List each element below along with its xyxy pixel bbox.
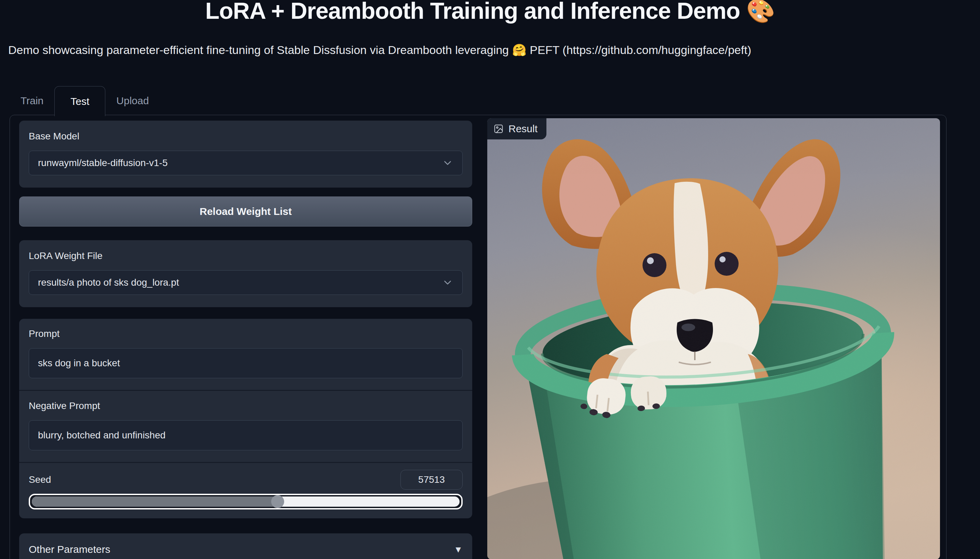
other-parameters-accordion: Other Parameters ▼ [19,533,472,559]
prompt-label: Prompt [29,328,463,339]
reload-weight-list-button[interactable]: Reload Weight List [19,197,472,227]
negative-prompt-label: Negative Prompt [29,400,463,412]
other-parameters-label: Other Parameters [29,544,110,555]
base-model-value: runwayml/stable-diffusion-v1-5 [38,157,442,169]
seed-head: Seed [29,470,463,490]
result-badge: Result [487,118,546,139]
page-title: LoRA + Dreambooth Training and Inference… [0,0,980,25]
accordion-arrow-icon: ▼ [454,544,463,555]
other-parameters-header[interactable]: Other Parameters ▼ [29,544,463,555]
result-photo[interactable] [487,118,940,559]
result-image-block: Result [487,118,940,559]
chevron-down-icon [442,157,453,169]
page-subtitle: Demo showcasing parameter-efficient fine… [8,43,751,57]
chevron-down-icon [442,277,453,288]
seed-label: Seed [29,474,51,485]
seed-slider-fill [32,496,278,507]
test-tab-panel: Base Model runwayml/stable-diffusion-v1-… [10,115,947,559]
base-model-block: Base Model runwayml/stable-diffusion-v1-… [19,121,472,188]
lora-weight-value: results/a photo of sks dog_lora.pt [38,277,442,288]
base-model-label: Base Model [29,131,463,142]
image-icon [493,124,504,134]
seed-slider-thumb[interactable] [271,495,284,508]
tab-bar: Train Test Upload [10,85,160,116]
lora-weight-label: LoRA Weight File [29,250,463,261]
seed-number-input[interactable] [400,470,463,490]
prompt-form: Prompt Negative Prompt Seed [19,319,472,518]
tab-test[interactable]: Test [55,86,105,116]
seed-slider[interactable] [29,494,463,509]
prompt-input[interactable] [29,348,463,378]
seed-slider-track [32,496,459,507]
lora-weight-dropdown[interactable]: results/a photo of sks dog_lora.pt [29,270,463,295]
tab-train[interactable]: Train [10,86,55,116]
tab-upload[interactable]: Upload [105,86,160,116]
form-column: Base Model runwayml/stable-diffusion-v1-… [19,121,472,559]
result-badge-label: Result [509,123,537,135]
base-model-dropdown[interactable]: runwayml/stable-diffusion-v1-5 [29,150,463,175]
negative-prompt-input[interactable] [29,420,463,450]
prompt-row: Prompt [19,319,472,390]
lora-weight-block: LoRA Weight File results/a photo of sks … [19,240,472,307]
negative-prompt-row: Negative Prompt [19,390,472,462]
seed-row: Seed [19,462,472,518]
app-root: LoRA + Dreambooth Training and Inference… [0,0,980,559]
